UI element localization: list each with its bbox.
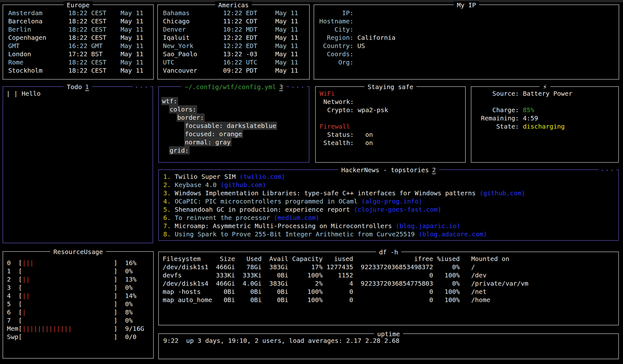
story-link[interactable]: (blog.japaric.io) <box>396 222 461 230</box>
df-cell: 0 <box>353 296 433 304</box>
panel-my-ip-title-text: My IP <box>454 1 479 9</box>
resource-row-label: 5 <box>7 300 18 308</box>
bracket-open: [ <box>18 300 22 308</box>
hackernews-story-row[interactable]: 3. Windows Implementation Libraries: typ… <box>163 189 613 197</box>
df-cell: 78Gi <box>235 263 262 271</box>
panel-config-file[interactable]: ~/.config/wtf/config.yml3 ... wtf:colors… <box>158 86 309 163</box>
resource-usage-row: 7[]0% <box>7 316 148 325</box>
ip-field-row: Org: <box>319 58 614 66</box>
resource-row-label: 4 <box>7 292 18 300</box>
ip-field-row: Coords: <box>319 50 614 58</box>
panel-df-title: df -h <box>159 248 618 256</box>
clock-city-label: Chicago <box>163 17 223 25</box>
resource-usage-row: 0[|||]16% <box>7 259 148 267</box>
panel-uptime-title-text: uptime <box>374 330 403 338</box>
clock-city-label: Amsterdam <box>8 9 68 17</box>
hackernews-story-row[interactable]: 5. Shenandoah GC in production: experien… <box>163 205 613 214</box>
df-cell: /dev/disk1s4 <box>163 279 212 288</box>
df-cell: 0Bi <box>235 296 262 304</box>
df-cell: /dev <box>471 271 486 279</box>
clock-time-value: 18:22 CEST <box>68 25 121 33</box>
resource-usage-bar <box>22 283 114 292</box>
ip-field-label: IP: <box>319 9 353 17</box>
bracket-open: [ <box>18 283 22 292</box>
clock-row: Berlin18:22 CESTMay 11 <box>8 25 148 33</box>
hackernews-story-row[interactable]: 6. To reinvent the processor (medium.com… <box>163 214 613 222</box>
staying-safe-line: Crypto: wpa2-psk <box>320 106 460 114</box>
hackernews-story-list: 1. Twilio Super SIM (twilio.com)2. Keyba… <box>159 170 618 238</box>
bracket-close: ] <box>114 316 117 325</box>
story-link[interactable]: (github.com) <box>221 181 266 189</box>
resource-usage-row: 1[]0% <box>7 267 148 275</box>
clock-time-value: 09:22 PDT <box>223 66 275 75</box>
df-cell: 0% <box>433 263 460 271</box>
hackernews-story-row[interactable]: 8. Using Spark to Prove 255-Bit Integer … <box>163 230 613 238</box>
ip-field-label: Country: <box>319 42 353 50</box>
clock-time-value: 12:22 EDT <box>223 9 275 17</box>
resource-row-label: Swp <box>7 333 18 341</box>
panel-battery: ⚡ Source: Battery Power Charge: 85%Remai… <box>471 86 619 163</box>
story-link[interactable]: (blog.adacore.com) <box>419 230 487 238</box>
hackernews-story-row[interactable]: 4. OCaPIC: PIC microcontrollers programm… <box>163 197 613 205</box>
clock-row: GMT16:22 GMTMay 11 <box>8 42 148 50</box>
clock-row: Copenhagen18:22 CESTMay 11 <box>8 33 148 42</box>
resource-usage-rows: 0[|||]16%1[]0%2[||]13%3[]0%4[||]14%5[]0%… <box>3 252 153 341</box>
bracket-close: ] <box>114 283 117 292</box>
clock-row: Iqaluit12:22 EDTMay 11 <box>163 33 304 42</box>
story-link[interactable]: (algo-prog.info) <box>361 197 422 205</box>
resource-row-label: 1 <box>7 267 18 275</box>
ip-field-row: IP: <box>319 9 614 17</box>
story-link[interactable]: (clojure-goes-fast.com) <box>354 206 441 213</box>
panel-americas: Americas Bahamas12:22 EDTMay 11Chicago11… <box>157 4 310 80</box>
panel-todo-title-text: Todo1 <box>64 83 92 91</box>
panel-my-ip: My IP IP:Hostname:City:Region:California… <box>314 4 619 80</box>
resource-usage-bar: || <box>22 292 114 300</box>
clock-city-label: Iqaluit <box>163 33 223 42</box>
todo-overflow-indicator-icon: ... <box>133 82 151 90</box>
panel-resource-usage-title: ResourceUsage <box>3 248 153 256</box>
resource-usage-bar <box>22 333 114 341</box>
df-cell: 0 <box>323 296 353 304</box>
df-cell: 2% <box>288 279 322 288</box>
resource-row-value: 0% <box>125 300 133 308</box>
battery-field-label: Charge: <box>481 106 519 114</box>
df-cell: map -hosts <box>163 288 212 296</box>
df-cell: /net <box>471 288 486 296</box>
bracket-close: ] <box>114 308 117 316</box>
clock-date-value: May 11 <box>121 42 143 50</box>
resource-usage-bar: ||||||||||||| <box>22 325 114 333</box>
panel-todo[interactable]: Todo1 ... | | Hello <box>3 86 153 243</box>
ip-field-label: Hostname: <box>319 17 353 25</box>
panel-hackernews[interactable]: HackerNews - topstories2 ... 1. Twilio S… <box>158 169 619 241</box>
df-cell: 0Bi <box>262 296 288 304</box>
clock-time-value: 12:22 EDT <box>223 33 275 42</box>
resource-row-value: 0% <box>125 283 133 292</box>
story-title: OCaPIC: PIC microcontrollers programmed … <box>175 197 358 205</box>
story-title: Windows Implementation Libraries: type-s… <box>175 189 476 197</box>
resource-usage-bar <box>22 316 114 325</box>
resource-row-value: 9/16G <box>125 325 144 333</box>
config-code-line: border: <box>162 113 304 122</box>
resource-usage-row: 5[]0% <box>7 300 148 308</box>
resource-usage-row: 2[||]13% <box>7 275 148 283</box>
story-link[interactable]: (medium.com) <box>274 214 320 221</box>
hackernews-story-row[interactable]: 7. Microamp: Asymmetric Multi-Processing… <box>163 222 613 230</box>
clock-city-label: Berlin <box>8 25 68 33</box>
panel-config-title: ~/.config/wtf/config.yml3 <box>159 83 309 91</box>
config-code-lines: wtf:colors:border:focusable: darkslatebl… <box>159 87 309 155</box>
staying-safe-line: Stealth: on <box>320 139 460 147</box>
resource-row-label: 0 <box>7 259 18 267</box>
df-cell: 1277435 <box>323 263 353 271</box>
todo-page-number: 1 <box>85 83 89 91</box>
df-cell: 466Gi <box>212 279 235 288</box>
story-title: Using Spark to Prove 255-Bit Integer Ari… <box>175 230 415 238</box>
df-cell: 383Gi <box>262 263 288 271</box>
clock-time-value: 13:22 -03 <box>223 50 275 58</box>
clock-time-value: 18:22 CEST <box>68 33 121 42</box>
clock-city-label: Barcelona <box>8 17 68 25</box>
staying-safe-line: Firewall <box>320 122 460 130</box>
df-cell: 100% <box>288 271 322 279</box>
bracket-close: ] <box>114 325 117 333</box>
hackernews-story-row[interactable]: 2. Keybase 4.0 (github.com) <box>163 181 613 189</box>
story-link[interactable]: (github.com) <box>479 189 525 197</box>
